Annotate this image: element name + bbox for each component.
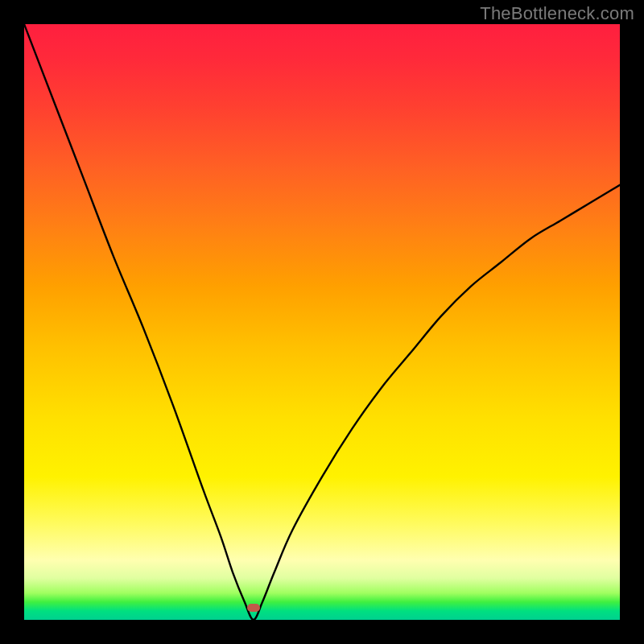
chart-frame: TheBottleneck.com <box>0 0 644 644</box>
watermark-text: TheBottleneck.com <box>480 3 634 24</box>
curve-svg <box>24 24 620 620</box>
optimal-point-marker <box>247 604 260 612</box>
bottleneck-curve <box>24 24 620 620</box>
plot-area <box>24 24 620 620</box>
